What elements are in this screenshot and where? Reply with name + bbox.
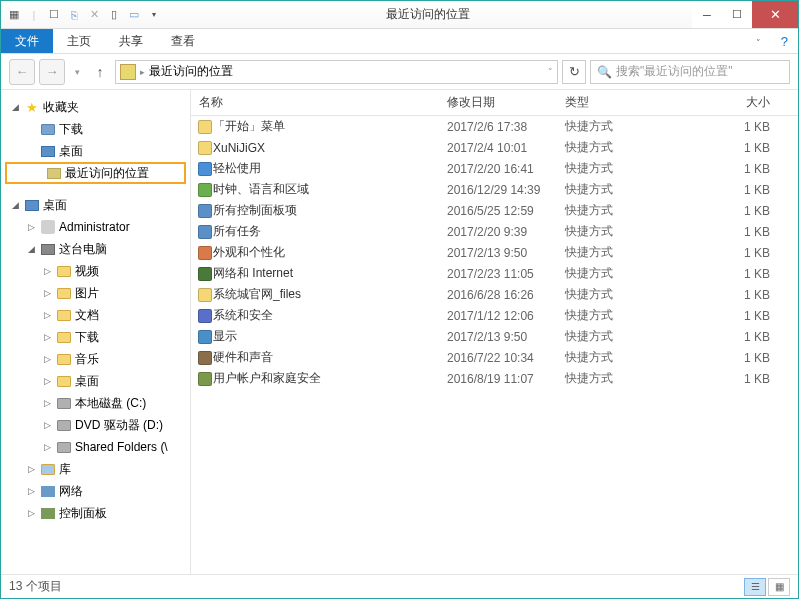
file-type: 快捷方式	[565, 307, 685, 324]
qat-dropdown-icon[interactable]: ▾	[145, 6, 163, 24]
file-tab[interactable]: 文件	[1, 29, 53, 53]
file-type: 快捷方式	[565, 244, 685, 261]
dvd-icon	[57, 420, 71, 431]
refresh-button[interactable]: ↻	[562, 60, 586, 84]
navigation-pane: ◢★ 收藏夹 ▸ 下载 ▸ 桌面 ▸ 最近访问的位置 ◢ 桌面 ▷ Admini…	[1, 90, 191, 574]
file-date: 2017/2/20 16:41	[447, 162, 565, 176]
sidebar-computer-item[interactable]: ▷DVD 驱动器 (D:)	[1, 414, 190, 436]
folder-icon	[57, 266, 71, 277]
file-row[interactable]: 网络和 Internet2017/2/23 11:05快捷方式1 KB	[191, 263, 798, 284]
file-name: 网络和 Internet	[213, 265, 447, 282]
history-dropdown[interactable]: ▾	[69, 59, 85, 85]
computer-icon	[41, 244, 55, 255]
qat-copy-icon[interactable]: ⎘	[65, 6, 83, 24]
favorites-group[interactable]: ◢★ 收藏夹	[1, 96, 190, 118]
file-row[interactable]: 所有任务2017/2/20 9:39快捷方式1 KB	[191, 221, 798, 242]
sidebar-computer[interactable]: ◢ 这台电脑	[1, 238, 190, 260]
sidebar-control-panel[interactable]: ▷ 控制面板	[1, 502, 190, 524]
file-size: 1 KB	[685, 267, 798, 281]
ribbon-expand[interactable]: ˅	[744, 34, 771, 49]
col-date-header[interactable]: 修改日期	[447, 94, 565, 111]
desktop-group[interactable]: ◢ 桌面	[1, 194, 190, 216]
file-row[interactable]: 系统城官网_files2016/6/28 16:26快捷方式1 KB	[191, 284, 798, 305]
qat-new-icon[interactable]: ▯	[105, 6, 123, 24]
display-icon	[198, 330, 212, 344]
sidebar-admin[interactable]: ▷ Administrator	[1, 216, 190, 238]
file-row[interactable]: 显示2017/2/13 9:50快捷方式1 KB	[191, 326, 798, 347]
minimize-button[interactable]: ─	[692, 1, 722, 28]
help-button[interactable]: ?	[771, 34, 798, 49]
file-date: 2016/8/19 11:07	[447, 372, 565, 386]
desktop-icon	[25, 200, 39, 211]
details-view-button[interactable]: ☰	[744, 578, 766, 596]
globe-icon	[198, 162, 212, 176]
user-icon	[41, 220, 55, 234]
disk-icon	[57, 398, 71, 409]
folder-icon	[198, 288, 212, 302]
file-date: 2017/2/23 11:05	[447, 267, 565, 281]
sidebar-computer-item[interactable]: ▷音乐	[1, 348, 190, 370]
sidebar-recent-places[interactable]: ▸ 最近访问的位置	[5, 162, 186, 184]
file-row[interactable]: 所有控制面板项2016/5/25 12:59快捷方式1 KB	[191, 200, 798, 221]
title-bar: ▦ | ☐ ⎘ ✕ ▯ ▭ ▾ 最近访问的位置 ─ ☐ ✕	[1, 1, 798, 29]
file-size: 1 KB	[685, 120, 798, 134]
window-title: 最近访问的位置	[163, 6, 692, 23]
sidebar-network[interactable]: ▷ 网络	[1, 480, 190, 502]
folder-icon	[57, 310, 71, 321]
forward-button[interactable]: →	[39, 59, 65, 85]
file-size: 1 KB	[685, 183, 798, 197]
file-type: 快捷方式	[565, 286, 685, 303]
close-button[interactable]: ✕	[752, 1, 798, 28]
address-bar[interactable]: ▸ 最近访问的位置 ˅	[115, 60, 558, 84]
control-panel-icon	[41, 508, 55, 519]
tab-share[interactable]: 共享	[105, 29, 157, 54]
file-row[interactable]: 时钟、语言和区域2016/12/29 14:39快捷方式1 KB	[191, 179, 798, 200]
qat-divider: |	[25, 6, 43, 24]
library-icon	[41, 464, 55, 475]
file-row[interactable]: XuNiJiGX2017/2/4 10:01快捷方式1 KB	[191, 137, 798, 158]
sidebar-computer-item[interactable]: ▷视频	[1, 260, 190, 282]
folder-icon	[198, 141, 212, 155]
qat-properties-icon[interactable]: ☐	[45, 6, 63, 24]
sidebar-computer-item[interactable]: ▷下载	[1, 326, 190, 348]
file-type: 快捷方式	[565, 139, 685, 156]
file-type: 快捷方式	[565, 223, 685, 240]
sidebar-computer-item[interactable]: ▷文档	[1, 304, 190, 326]
sidebar-computer-item[interactable]: ▷图片	[1, 282, 190, 304]
sidebar-libraries[interactable]: ▷ 库	[1, 458, 190, 480]
file-row[interactable]: 外观和个性化2017/2/13 9:50快捷方式1 KB	[191, 242, 798, 263]
file-size: 1 KB	[685, 162, 798, 176]
tab-view[interactable]: 查看	[157, 29, 209, 54]
file-row[interactable]: 硬件和声音2016/7/22 10:34快捷方式1 KB	[191, 347, 798, 368]
sidebar-downloads[interactable]: ▸ 下载	[1, 118, 190, 140]
col-type-header[interactable]: 类型	[565, 94, 685, 111]
maximize-button[interactable]: ☐	[722, 1, 752, 28]
folder-icon	[57, 376, 71, 387]
sidebar-computer-item[interactable]: ▷桌面	[1, 370, 190, 392]
sidebar-computer-item[interactable]: ▷本地磁盘 (C:)	[1, 392, 190, 414]
file-size: 1 KB	[685, 246, 798, 260]
file-row[interactable]: 用户帐户和家庭安全2016/8/19 11:07快捷方式1 KB	[191, 368, 798, 389]
col-size-header[interactable]: 大小	[685, 94, 798, 111]
file-size: 1 KB	[685, 141, 798, 155]
back-button[interactable]: ←	[9, 59, 35, 85]
file-name: 用户帐户和家庭安全	[213, 370, 447, 387]
up-button[interactable]: ↑	[89, 61, 111, 83]
file-size: 1 KB	[685, 351, 798, 365]
sidebar-computer-item[interactable]: ▷Shared Folders (\	[1, 436, 190, 458]
file-row[interactable]: 「开始」菜单2017/2/6 17:38快捷方式1 KB	[191, 116, 798, 137]
file-size: 1 KB	[685, 204, 798, 218]
file-row[interactable]: 轻松使用2017/2/20 16:41快捷方式1 KB	[191, 158, 798, 179]
file-name: XuNiJiGX	[213, 141, 447, 155]
file-name: 所有任务	[213, 223, 447, 240]
qat-paste-icon[interactable]: ✕	[85, 6, 103, 24]
tab-home[interactable]: 主页	[53, 29, 105, 54]
qat-rename-icon[interactable]: ▭	[125, 6, 143, 24]
file-date: 2017/2/13 9:50	[447, 330, 565, 344]
col-name-header[interactable]: 名称	[191, 94, 447, 111]
file-row[interactable]: 系统和安全2017/1/12 12:06快捷方式1 KB	[191, 305, 798, 326]
search-box[interactable]: 🔍 搜索"最近访问的位置"	[590, 60, 790, 84]
address-dropdown-icon[interactable]: ˅	[548, 67, 553, 77]
icons-view-button[interactable]: ▦	[768, 578, 790, 596]
sidebar-desktop-fav[interactable]: ▸ 桌面	[1, 140, 190, 162]
